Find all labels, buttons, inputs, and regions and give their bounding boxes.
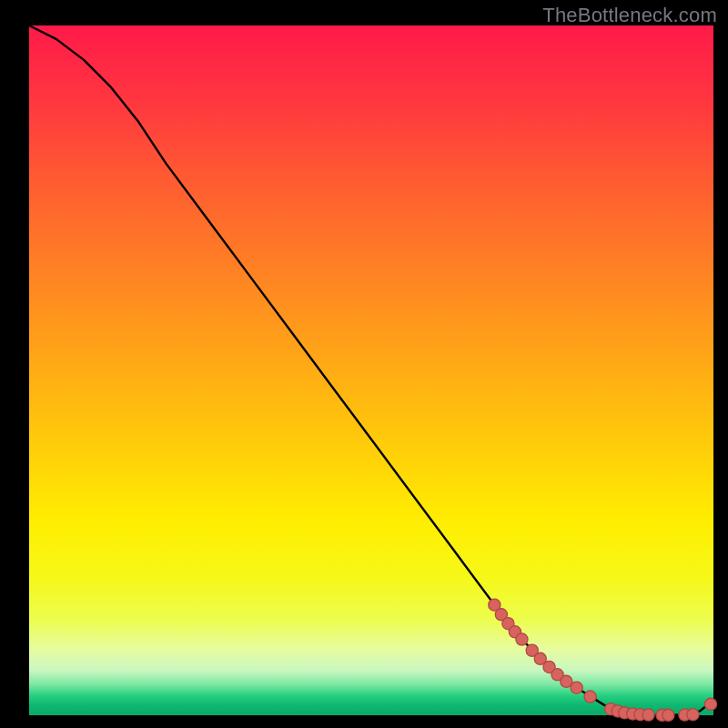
data-marker [662,709,674,721]
data-marker [642,709,654,721]
plot-background [29,25,713,715]
chart-frame: { "watermark": "TheBottleneck.com", "plo… [0,0,728,728]
data-marker [704,698,716,710]
data-marker [584,691,596,703]
data-marker [516,633,528,645]
bottleneck-chart [0,0,728,728]
data-marker [687,709,699,721]
data-marker [571,682,582,693]
